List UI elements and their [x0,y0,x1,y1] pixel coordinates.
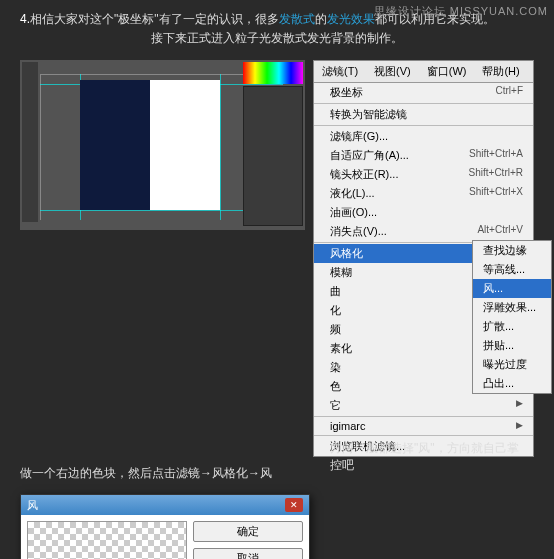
submenu-find-edges[interactable]: 查找边缘 [473,241,551,260]
dark-block [80,80,150,210]
dialog-titlebar[interactable]: 风 ✕ [21,495,309,515]
guide-line[interactable] [220,74,221,220]
hl-1: 发散式 [279,12,315,26]
wind-dialog: 风 ✕ 确定 取消 − 100% + 方法 风(W) 大风(B) 飓风(S) 方… [20,494,310,559]
canvas[interactable] [80,80,220,210]
ps-toolbar[interactable] [22,62,38,222]
submenu-contour[interactable]: 等高线... [473,260,551,279]
palette-panel[interactable] [243,62,303,226]
photoshop-workspace [20,60,305,230]
step-number: 4. [20,12,30,26]
menu-item-oil[interactable]: 油画(O)... [314,203,533,222]
ruler-vertical [40,74,44,220]
submenu-wind[interactable]: 风... [473,279,551,298]
menu-view[interactable]: 视图(V) [366,61,419,82]
menu-item-gallery[interactable]: 滤镜库(G)... [314,127,533,146]
submenu-diffuse[interactable]: 扩散... [473,317,551,336]
watermark: 思缘设计论坛 MISSYUAN.COM [374,4,548,19]
menu-item-vanish[interactable]: 消失点(V)...Alt+Ctrl+V [314,222,533,241]
preview-area [27,521,187,559]
dialog-title: 风 [27,498,38,512]
menu-item-lens[interactable]: 镜头校正(R)...Shift+Ctrl+R [314,165,533,184]
menu-item-wide[interactable]: 自适应广角(A)...Shift+Ctrl+A [314,146,533,165]
submenu-extrude[interactable]: 凸出... [473,374,551,393]
menu-item-other[interactable]: 它▶ [314,396,533,415]
menu-item-smart[interactable]: 转换为智能滤镜 [314,105,533,124]
stylize-submenu: 查找边缘 等高线... 风... 浮雕效果... 扩散... 拼贴... 曝光过… [472,240,552,394]
submenu-solarize[interactable]: 曝光过度 [473,355,551,374]
menu-item-digimarc[interactable]: igimarc▶ [314,418,533,434]
cancel-button[interactable]: 取消 [193,548,303,559]
menu-filter[interactable]: 滤镜(T) [314,61,366,82]
footer-note: 方向一般都选择"风"，方向就自己掌控吧 [330,440,530,474]
submenu-tiles[interactable]: 拼贴... [473,336,551,355]
menu-window[interactable]: 窗口(W) [419,61,475,82]
ok-button[interactable]: 确定 [193,521,303,542]
menu-help[interactable]: 帮助(H) [474,61,527,82]
menu-item-polar[interactable]: 极坐标Ctrl+F [314,83,533,102]
layers-panel[interactable] [243,86,303,226]
close-icon[interactable]: ✕ [285,498,303,512]
light-block [150,80,220,210]
menu-item-liquify[interactable]: 液化(L)...Shift+Ctrl+X [314,184,533,203]
hl-2: 发光效果 [327,12,375,26]
menu-bar: 滤镜(T) 视图(V) 窗口(W) 帮助(H) [314,61,533,83]
color-swatches[interactable] [243,62,303,84]
submenu-emboss[interactable]: 浮雕效果... [473,298,551,317]
